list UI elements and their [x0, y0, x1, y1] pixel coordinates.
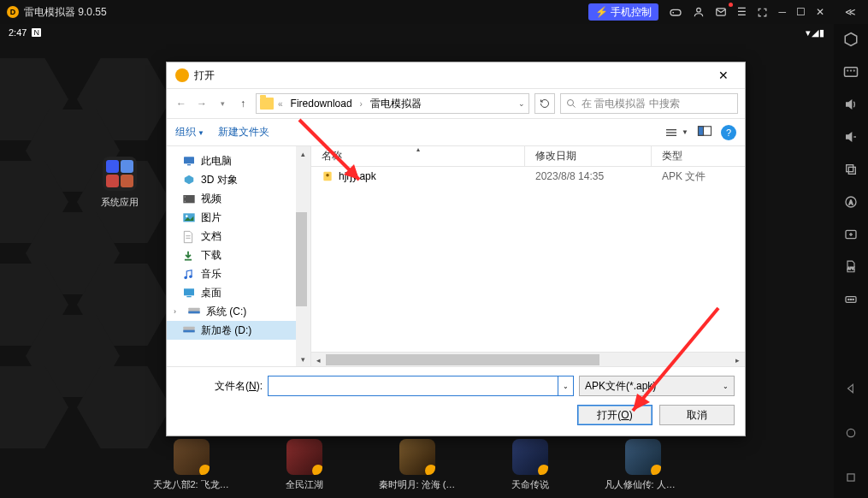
menu-icon[interactable]: ☰	[732, 3, 752, 21]
tree-item[interactable]: 新加卷 (D:)	[167, 321, 296, 340]
tree-item[interactable]: 文档	[167, 227, 296, 246]
new-folder-button[interactable]: 新建文件夹	[218, 125, 269, 139]
nav-forward-button[interactable]: →	[194, 98, 210, 110]
dialog-logo-icon	[175, 68, 189, 82]
nav-up-button[interactable]: ↑	[235, 98, 251, 110]
filename-history-dropdown[interactable]: ⌄	[558, 376, 574, 396]
search-input[interactable]: 在 雷电模拟器 中搜索	[560, 93, 738, 114]
help-button[interactable]: ?	[721, 125, 736, 140]
dock-item[interactable]: 天命传说	[492, 439, 569, 491]
maximize-button[interactable]: ☐	[791, 3, 811, 21]
android-home-button[interactable]	[842, 424, 859, 442]
preview-pane-button[interactable]	[697, 125, 712, 139]
doc-icon	[182, 230, 196, 242]
dock-label: 凡人修仙传: 人界篇	[605, 478, 682, 491]
file-row[interactable]: hjrjy.apk2023/8/8 14:35APK 文件	[311, 167, 745, 186]
svg-marker-5	[845, 33, 857, 46]
phone-control-label: 手机控制	[611, 5, 652, 20]
breadcrumb-bar[interactable]: « Firedownload › 雷电模拟器 ⌄	[256, 93, 529, 114]
dock-item[interactable]: 天龙八部2: 飞龙战天	[153, 439, 230, 491]
close-button[interactable]: ✕	[811, 3, 830, 21]
volume-down-icon[interactable]	[842, 128, 859, 145]
mail-icon[interactable]	[710, 3, 732, 21]
tree-item[interactable]: 音乐	[167, 264, 296, 283]
svg-rect-39	[185, 196, 186, 197]
svg-marker-10	[847, 100, 852, 108]
breadcrumb-item[interactable]: Firedownload	[287, 98, 356, 110]
gamepad-icon[interactable]	[664, 3, 688, 21]
nav-recent-dropdown[interactable]: ▾	[215, 99, 230, 108]
nav-back-button[interactable]: ←	[174, 98, 189, 110]
tree-item[interactable]: 下载	[167, 246, 296, 264]
dock-item[interactable]: 全民江湖	[266, 439, 343, 491]
scroll-up-button[interactable]: ▴	[296, 146, 310, 161]
folder-tree[interactable]: 此电脑3D 对象视频图片文档下载音乐桌面›系统 (C:)新加卷 (D:)	[167, 146, 296, 366]
keyboard-icon[interactable]	[842, 63, 859, 80]
music-icon	[182, 268, 196, 280]
add-screen-icon[interactable]	[842, 226, 859, 243]
breadcrumb-dropdown[interactable]: ⌄	[518, 99, 525, 108]
svg-point-23	[850, 299, 851, 299]
tree-item-label: 桌面	[201, 286, 221, 300]
dialog-title: 打开	[194, 68, 215, 83]
app-title-bar: D 雷电模拟器 9.0.55 ⚡ 手机控制 ☰ ─ ☐ ✕ ≪	[0, 0, 868, 24]
android-recent-button[interactable]	[842, 469, 859, 486]
refresh-a-icon[interactable]: A	[842, 193, 859, 210]
organize-button[interactable]: 组织▼	[175, 125, 204, 139]
column-headers: 名称▴ 修改日期 类型	[311, 146, 745, 167]
column-type-header[interactable]: 类型	[652, 146, 745, 166]
tree-item[interactable]: 3D 对象	[167, 170, 296, 189]
svg-point-47	[189, 276, 192, 279]
hexagon-icon[interactable]	[842, 31, 859, 48]
svg-rect-6	[845, 68, 858, 77]
scroll-right-button[interactable]: ▸	[730, 353, 745, 366]
phone-control-button[interactable]: ⚡ 手机控制	[588, 3, 658, 21]
dialog-close-button[interactable]: ✕	[711, 68, 736, 82]
dock-thumb-icon	[399, 439, 435, 475]
tree-item[interactable]: 图片	[167, 208, 296, 227]
minimize-button[interactable]: ─	[773, 3, 791, 21]
column-name-header[interactable]: 名称▴	[311, 146, 525, 166]
user-icon[interactable]	[688, 3, 710, 21]
dock-item[interactable]: 秦时明月: 沧海 (预下载)	[379, 439, 456, 491]
filetype-select[interactable]: APK文件(*.apk) ⌄	[579, 376, 735, 396]
svg-rect-35	[184, 157, 194, 163]
tree-item[interactable]: 桌面	[167, 283, 296, 302]
dock-item[interactable]: 凡人修仙传: 人界篇	[605, 439, 682, 491]
chevron-right-icon: ›	[357, 99, 365, 109]
collapse-sidebar-icon[interactable]: ≪	[840, 3, 861, 21]
cancel-button[interactable]: 取消	[659, 405, 735, 425]
apk-file-icon[interactable]: APK	[842, 258, 859, 276]
bolt-icon: ⚡	[595, 6, 608, 18]
svg-point-8	[851, 70, 852, 71]
view-mode-button[interactable]: ▼	[664, 127, 688, 138]
scroll-down-button[interactable]: ▾	[296, 352, 310, 366]
desktop-app-label: 系统应用	[90, 196, 150, 209]
scroll-left-button[interactable]: ◂	[311, 353, 326, 366]
tree-item[interactable]: ›系统 (C:)	[167, 302, 296, 321]
android-back-button[interactable]	[842, 380, 859, 397]
tree-scrollbar[interactable]: ▴ ▾	[296, 146, 310, 366]
desktop-app-icon[interactable]: 系统应用	[90, 157, 150, 209]
tree-item-label: 3D 对象	[201, 173, 238, 187]
horizontal-scrollbar[interactable]: ◂ ▸	[311, 352, 745, 366]
desktop-icon	[182, 287, 196, 299]
tree-item[interactable]: 视频	[167, 189, 296, 208]
dock-thumb-icon	[512, 439, 548, 475]
tree-item[interactable]: 此电脑	[167, 151, 296, 170]
column-date-header[interactable]: 修改日期	[525, 146, 652, 166]
open-button[interactable]: 打开(O)	[577, 405, 652, 425]
volume-up-icon[interactable]	[842, 96, 859, 113]
svg-rect-34	[699, 127, 704, 136]
more-icon[interactable]	[842, 291, 859, 308]
scrollbar-thumb[interactable]	[296, 212, 307, 306]
file-list-area: 名称▴ 修改日期 类型 hjrjy.apk2023/8/8 14:35APK 文…	[311, 146, 745, 366]
refresh-button[interactable]	[534, 93, 555, 114]
file-list[interactable]: hjrjy.apk2023/8/8 14:35APK 文件	[311, 167, 745, 352]
app-title: 雷电模拟器 9.0.55	[24, 5, 107, 20]
filename-input[interactable]	[268, 376, 558, 396]
fullscreen-icon[interactable]	[752, 3, 773, 21]
layers-icon[interactable]	[842, 161, 859, 178]
breadcrumb-item[interactable]: 雷电模拟器	[367, 97, 425, 111]
scrollbar-thumb[interactable]	[326, 354, 599, 365]
